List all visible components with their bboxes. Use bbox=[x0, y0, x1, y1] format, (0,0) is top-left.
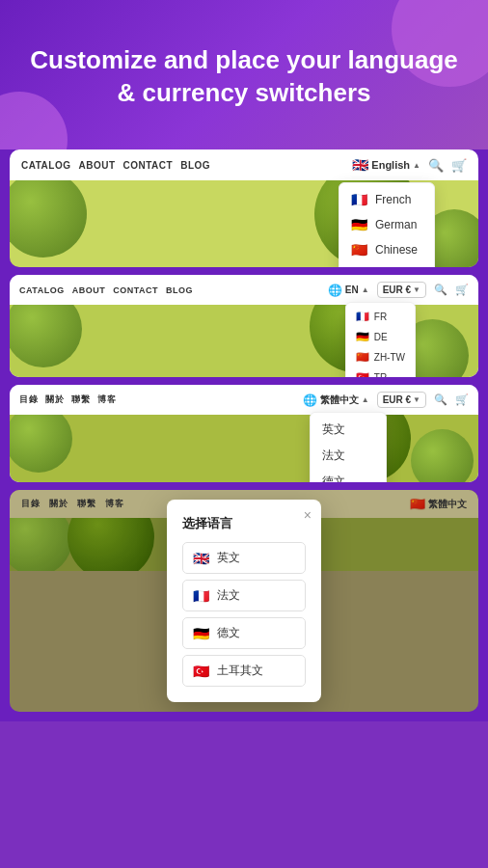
currency-selector-2[interactable]: EUR € ▼ bbox=[377, 282, 426, 298]
modal-lang-en: 英文 bbox=[217, 550, 240, 566]
modal-overlay-4: 选择语言 × 🇬🇧 英文 🇫🇷 法文 🇩🇪 德文 🇹🇷 土耳其文 bbox=[10, 490, 478, 712]
modal-close-button[interactable]: × bbox=[304, 507, 312, 523]
flag-icon-3: 🌐 bbox=[303, 393, 317, 407]
cart-icon-2[interactable]: 🛒 bbox=[455, 284, 469, 296]
currency-selector-3[interactable]: EUR € ▼ bbox=[377, 392, 426, 408]
dropdown-item-fr-3[interactable]: 法文 bbox=[311, 443, 386, 469]
flag-de-1: 🇩🇪 bbox=[351, 217, 367, 232]
dropdown-item-de-2[interactable]: 🇩🇪 DE bbox=[346, 327, 415, 347]
nav-catalog-2[interactable]: CATALOG bbox=[19, 285, 65, 295]
nav-about-3[interactable]: 關於 bbox=[45, 393, 64, 406]
dropdown-item-chinese-1[interactable]: 🇨🇳 Chinese bbox=[339, 237, 434, 262]
language-dropdown-1: 🇫🇷 French 🇩🇪 German 🇨🇳 Chinese 🇹🇷 Turkis… bbox=[339, 182, 435, 267]
flag-icon-2: 🌐 bbox=[328, 284, 342, 297]
nav-about-1[interactable]: ABOUT bbox=[78, 160, 115, 171]
modal-option-de[interactable]: 🇩🇪 德文 bbox=[182, 617, 306, 649]
cart-icon-1[interactable]: 🛒 bbox=[451, 158, 467, 173]
lang-de-3: 德文 bbox=[322, 474, 345, 482]
chevron-lang-2: ▲ bbox=[362, 285, 369, 294]
flag-modal-tr: 🇹🇷 bbox=[193, 664, 209, 679]
modal-option-fr[interactable]: 🇫🇷 法文 bbox=[182, 580, 306, 611]
nav-contact-3[interactable]: 聯繫 bbox=[71, 393, 90, 406]
store-card-2: CATALOG ABOUT CONTACT BLOG 🌐 EN ▲ EUR € … bbox=[10, 275, 478, 377]
nav-bar-3: 目錄 關於 聯繫 博客 🌐 繁體中文 ▲ EUR € ▼ 🔍 🛒 英文 bbox=[10, 385, 478, 415]
nav-about-2[interactable]: ABOUT bbox=[72, 285, 106, 295]
nav-catalog-1[interactable]: CATALOG bbox=[21, 160, 70, 171]
dropdown-item-tr-2[interactable]: 🇹🇷 TR bbox=[346, 367, 415, 377]
lang-german-1: German bbox=[375, 218, 417, 231]
chevron-lang-3: ▲ bbox=[362, 395, 369, 404]
content-area: CATALOG ABOUT CONTACT BLOG 🇬🇧 English ▲ … bbox=[0, 149, 488, 721]
language-dropdown-3: 英文 法文 德文 土耳其文 bbox=[310, 412, 387, 482]
nav-bar-2: CATALOG ABOUT CONTACT BLOG 🌐 EN ▲ EUR € … bbox=[10, 275, 478, 305]
flag-icon-1: 🇬🇧 bbox=[352, 157, 368, 173]
nav-contact-1[interactable]: CONTACT bbox=[123, 160, 174, 171]
dropdown-item-german-1[interactable]: 🇩🇪 German bbox=[339, 212, 434, 237]
nav-blog-3[interactable]: 博客 bbox=[97, 393, 116, 406]
nav-catalog-3[interactable]: 目錄 bbox=[19, 393, 38, 406]
language-modal: 选择语言 × 🇬🇧 英文 🇫🇷 法文 🇩🇪 德文 🇹🇷 土耳其文 bbox=[167, 500, 321, 702]
store-card-3: 目錄 關於 聯繫 博客 🌐 繁體中文 ▲ EUR € ▼ 🔍 🛒 英文 bbox=[10, 385, 478, 482]
language-selector-2[interactable]: 🌐 EN ▲ bbox=[328, 284, 369, 297]
currency-label-3: EUR € bbox=[383, 394, 411, 405]
dropdown-item-zh-2[interactable]: 🇨🇳 ZH-TW bbox=[346, 347, 415, 367]
modal-lang-fr: 法文 bbox=[217, 587, 240, 604]
flag-tr-2: 🇹🇷 bbox=[356, 371, 369, 377]
lang-french-1: French bbox=[375, 193, 411, 206]
modal-lang-tr: 土耳其文 bbox=[217, 663, 263, 679]
flag-fr-1: 🇫🇷 bbox=[351, 192, 367, 207]
flag-modal-en: 🇬🇧 bbox=[193, 551, 209, 566]
flag-fr-2: 🇫🇷 bbox=[356, 311, 369, 323]
flag-modal-de: 🇩🇪 bbox=[193, 626, 209, 641]
flag-de-2: 🇩🇪 bbox=[356, 331, 369, 343]
nav-contact-2[interactable]: CONTACT bbox=[113, 285, 158, 295]
chevron-currency-2: ▼ bbox=[413, 285, 420, 294]
flag-cn-1: 🇨🇳 bbox=[351, 242, 367, 258]
dropdown-item-french-1[interactable]: 🇫🇷 French bbox=[339, 187, 434, 212]
banner-title: Customize and place your language & curr… bbox=[23, 44, 465, 110]
dropdown-item-de-3[interactable]: 德文 bbox=[311, 469, 386, 482]
dropdown-item-en-3[interactable]: 英文 bbox=[311, 417, 386, 443]
nav-bar-1: CATALOG ABOUT CONTACT BLOG 🇬🇧 English ▲ … bbox=[10, 149, 478, 180]
lang-zh-2: ZH-TW bbox=[374, 352, 405, 363]
cart-icon-3[interactable]: 🛒 bbox=[455, 393, 469, 406]
search-icon-3[interactable]: 🔍 bbox=[434, 393, 447, 406]
lang-fr-2: FR bbox=[374, 312, 387, 322]
language-selector-3[interactable]: 🌐 繁體中文 ▲ bbox=[303, 393, 369, 407]
dropdown-item-turkish-1[interactable]: 🇹🇷 Turkish bbox=[339, 262, 434, 267]
chevron-icon-1: ▲ bbox=[413, 161, 420, 170]
lime-background-3 bbox=[10, 415, 478, 482]
lang-en-3: 英文 bbox=[322, 421, 345, 438]
modal-option-tr[interactable]: 🇹🇷 土耳其文 bbox=[182, 655, 306, 687]
dropdown-item-fr-2[interactable]: 🇫🇷 FR bbox=[346, 307, 415, 327]
chevron-currency-3: ▼ bbox=[413, 395, 420, 404]
lang-label-2: EN bbox=[345, 285, 359, 295]
search-icon-2[interactable]: 🔍 bbox=[434, 284, 447, 296]
lang-tr-2: TR bbox=[374, 372, 387, 377]
lang-de-2: DE bbox=[374, 332, 388, 342]
lang-chinese-1: Chinese bbox=[375, 243, 418, 257]
search-icon-1[interactable]: 🔍 bbox=[428, 158, 444, 173]
nav-blog-2[interactable]: BLOG bbox=[166, 285, 193, 295]
language-selector-1[interactable]: 🇬🇧 English ▲ bbox=[352, 157, 420, 173]
modal-title: 选择语言 bbox=[182, 515, 306, 532]
lang-label-3: 繁體中文 bbox=[320, 393, 359, 407]
store-card-4: 目錄 關於 聯繫 博客 🇨🇳 繁體中文 选择语言 × 🇬🇧 英文 bbox=[10, 490, 478, 712]
lang-label-1: English bbox=[371, 159, 410, 171]
language-dropdown-2: 🇫🇷 FR 🇩🇪 DE 🇨🇳 ZH-TW 🇹🇷 TR bbox=[345, 302, 416, 377]
modal-lang-de: 德文 bbox=[217, 625, 240, 641]
store-card-1: CATALOG ABOUT CONTACT BLOG 🇬🇧 English ▲ … bbox=[10, 149, 478, 267]
modal-option-en[interactable]: 🇬🇧 英文 bbox=[182, 542, 306, 574]
header-banner: Customize and place your language & curr… bbox=[0, 0, 488, 149]
flag-zh-2: 🇨🇳 bbox=[356, 351, 369, 364]
flag-modal-fr: 🇫🇷 bbox=[193, 588, 209, 604]
nav-blog-1[interactable]: BLOG bbox=[180, 160, 210, 171]
lang-fr-3: 法文 bbox=[322, 448, 345, 464]
currency-label-2: EUR € bbox=[383, 285, 411, 295]
